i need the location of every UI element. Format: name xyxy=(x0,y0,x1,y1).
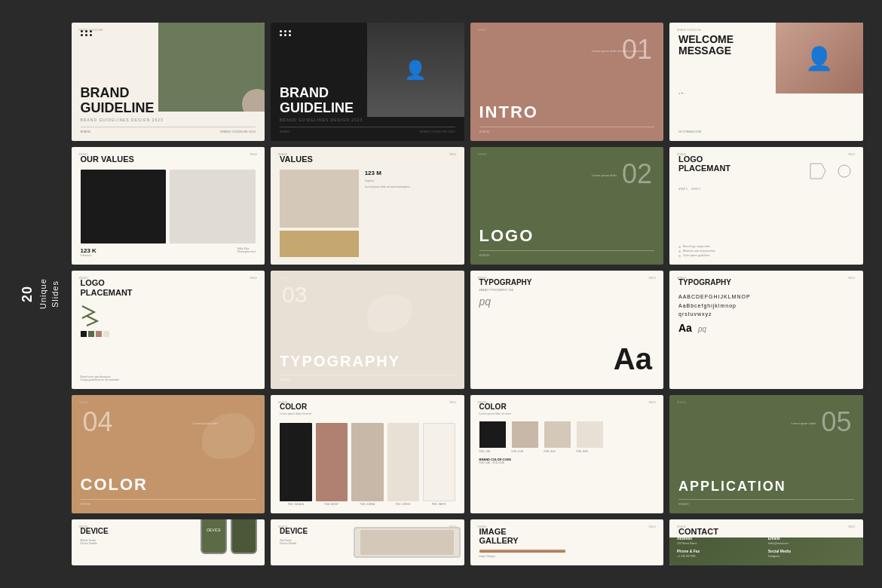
slide-13-heading: COLOR xyxy=(81,475,256,495)
slide-count-label: 20 Unique Slides xyxy=(20,23,60,565)
slide-20-addr3: Phone & Fax +1 234 567 890 xyxy=(677,549,764,558)
slide-17[interactable]: BRAND PAGE DEVICE Mobile Guide Device De… xyxy=(72,519,265,565)
slide-15-color-1 xyxy=(479,421,506,448)
slide-7-heading: LOGO xyxy=(479,226,655,246)
slide-17-phone1: DEVICE xyxy=(201,519,227,554)
slide-20-addr4: Social Media Instagram xyxy=(768,549,856,558)
slide-20[interactable]: BRAND PAGE CONTACT Address 123 Street Na… xyxy=(669,519,863,565)
slide-14-color-3 xyxy=(351,423,384,501)
slide-13-bottom: BRAND xyxy=(81,499,256,506)
slide-10-number: 03 xyxy=(282,282,307,308)
slide-16[interactable]: BRAND 05 Lorem ipsum dolor APPLICATION B… xyxy=(669,395,863,513)
slide-20-header: BRAND PAGE xyxy=(677,525,856,528)
slide-15-label-4: RGB: #E8E xyxy=(577,450,603,453)
slide-2-person: 👤 xyxy=(367,23,464,117)
slide-6-stat: 123 M xyxy=(365,170,455,176)
slide-15-swatch-4: RGB: #E8E xyxy=(577,421,603,453)
svg-point-0 xyxy=(838,165,850,177)
slide-17-phones: DEVICE xyxy=(201,519,257,554)
slide-12-pq: pq xyxy=(698,325,706,333)
slide-14[interactable]: BRAND PAGE COLOR Lorem ipsum dolor sit a… xyxy=(271,395,464,513)
slide-19-caption: Image Category xyxy=(479,555,655,558)
slide-15-code-val: RGB: #1A1 · RGB: #C8B xyxy=(479,461,655,464)
slide-14-header: BRAND PAGE xyxy=(278,401,457,404)
slide-14-label-2: RGB: #B0847 xyxy=(316,503,348,506)
slide-6-img-small xyxy=(280,231,359,257)
slide-5-stat: 123 K xyxy=(81,247,96,254)
slide-8-list: Brand logo usage rules Minimum size requ… xyxy=(678,245,854,257)
slide-18[interactable]: BRAND PAGE DEVICE Tab Guide Device Detai… xyxy=(271,519,464,565)
slide-8-icon1 xyxy=(807,158,829,188)
slide-5-header: BRAND PAGE xyxy=(79,153,258,156)
slide-12-aa-row: Aa pq xyxy=(678,322,854,334)
slide-6-content: 123 M Caption Lorem ipsum dolor sit amet… xyxy=(280,170,455,258)
slide-15-header: BRAND PAGE xyxy=(478,401,657,404)
slide-17-phone2 xyxy=(231,519,257,554)
slide-5-person: Nelly Elsa Description text xyxy=(237,247,256,257)
slide-6-left xyxy=(280,170,359,258)
slide-20-addr1: Address 123 Street Name xyxy=(677,536,764,545)
slide-11-letters: Aa xyxy=(614,344,652,374)
slide-14-desc: Lorem ipsum dolor sit amet xyxy=(280,412,455,415)
slide-6-desc: Lorem ipsum dolor sit amet description xyxy=(365,185,455,188)
slide-2-image: 👤 xyxy=(367,23,464,117)
slide-1[interactable]: BRAND GUIDELINE PAGE BRANDGUIDELINE BRAN… xyxy=(72,23,265,141)
slide-9[interactable]: BRAND PAGE LOGOPLACEMANT Brand color spe… xyxy=(72,271,265,389)
slide-11-header: BRAND PAGE xyxy=(478,277,657,280)
slide-14-swatch-2: RGB: #B0847 xyxy=(316,423,348,506)
slide-11[interactable]: BRAND PAGE TYPOGRAPHY BRAND TYPOGRAPHY U… xyxy=(470,271,664,389)
slide-14-color-2 xyxy=(316,423,348,501)
slide-13[interactable]: BRAND 04 Lorem ipsum dolor COLOR BRAND xyxy=(72,395,265,513)
slide-13-blob xyxy=(202,413,255,458)
slide-9-list: Brand color specifications Usage guideli… xyxy=(81,372,256,381)
slide-10-bottom: BRAND xyxy=(280,375,455,381)
slide-15[interactable]: BRAND PAGE COLOR Lorem ipsum dolor sit a… xyxy=(470,395,664,513)
slide-15-label-1: RGB: #1A1 xyxy=(479,450,506,453)
slide-19[interactable]: BRAND PAGE IMAGEGALLERY Image Category xyxy=(470,519,664,565)
slide-1-bottom: BRAND BRAND GUIDELINE 2023 xyxy=(81,127,256,133)
slide-15-label-2: RGB: #C8B xyxy=(512,450,538,453)
slide-1-subtitle: BRAND GUIDELINES DESIGN 2023 xyxy=(81,118,256,122)
slide-1-dots xyxy=(81,30,93,36)
slide-4[interactable]: BRAND GUIDELINE PAGE 👤 WELCOMEMESSAGE ⬥ … xyxy=(669,23,863,141)
slide-15-label-3: RGB: #D4C xyxy=(544,450,571,453)
slide-8[interactable]: BRAND PAGE LOGOPLACEMANT STEP 1 STEP xyxy=(669,147,863,265)
slide-6[interactable]: BRAND PAGE VALUES 123 M Caption Lorem ip… xyxy=(271,147,464,265)
slide-3-header: BRAND xyxy=(478,29,657,32)
slide-7[interactable]: BRAND 02 Lorem ipsum dolor LOGO BRAND xyxy=(470,147,664,265)
slide-5[interactable]: BRAND PAGE OUR VALUES 123 K Followers Ne… xyxy=(72,147,265,265)
slide-11-pq: pq xyxy=(479,296,655,308)
slide-15-swatch-2: RGB: #C8B xyxy=(512,421,538,453)
slide-14-swatch-3: RGB: #C8B8A xyxy=(351,423,384,506)
slide-8-icon2 xyxy=(833,158,856,188)
slide-10-heading: TYPOGRAPHY xyxy=(280,353,455,370)
slide-9-title: LOGOPLACEMANT xyxy=(81,278,256,296)
slide-9-shapes xyxy=(81,305,256,327)
slide-15-color-2 xyxy=(512,421,538,448)
slide-14-color-4 xyxy=(387,423,420,501)
slide-2-dots xyxy=(280,30,292,36)
slide-2[interactable]: 👤 BRANDGUIDELINE BRAND GUIDELINES DESIGN… xyxy=(271,23,464,141)
slide-19-title: IMAGEGALLERY xyxy=(479,527,655,545)
slide-13-number: 04 xyxy=(83,406,113,438)
slide-8-icons xyxy=(807,158,856,188)
slide-19-img1 xyxy=(479,550,565,553)
slide-8-header: BRAND PAGE xyxy=(677,153,856,156)
slide-10-blob xyxy=(367,295,412,332)
slide-20-address: Address 123 Street Name Emails hello@bra… xyxy=(677,536,856,558)
slide-9-brand-dots xyxy=(81,331,256,337)
slide-12-header: BRAND PAGE xyxy=(677,277,856,280)
slide-3[interactable]: BRAND 01 Lorem ipsum dolor sit amet cons… xyxy=(470,23,664,141)
slide-13-header: BRAND xyxy=(79,401,258,404)
slide-14-label-4: RGB: #E8E0D xyxy=(387,503,420,506)
slide-5-stat-label: Followers xyxy=(81,254,96,257)
slide-12[interactable]: BRAND PAGE TYPOGRAPHY AABCDEFGHIJKLMNOP … xyxy=(669,271,863,389)
slide-10[interactable]: BRAND 03 TYPOGRAPHY BRAND xyxy=(271,271,464,389)
slide-6-img-main xyxy=(280,170,359,228)
slide-19-images xyxy=(479,550,655,553)
slide-11-info: BRAND TYPOGRAPHY USE xyxy=(479,289,655,292)
slide-14-swatches: RGB: #1A1A1A RGB: #B0847 RGB: #C8B8A RGB… xyxy=(280,423,455,506)
slide-14-color-1 xyxy=(280,423,312,501)
slide-12-aa: Aa xyxy=(678,322,692,334)
slide-12-alphabet: AABCDEFGHIJKLMNOP AaBbcefghijklmnop qrst… xyxy=(678,292,854,318)
